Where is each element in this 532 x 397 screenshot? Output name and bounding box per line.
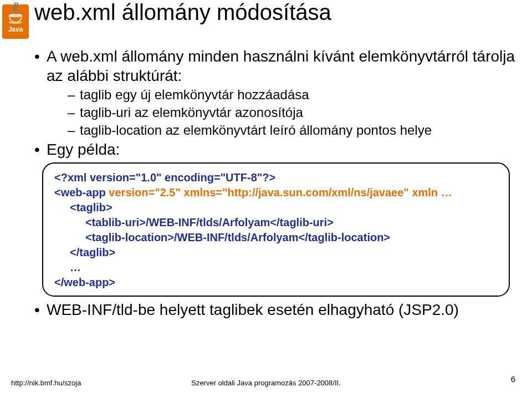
code-line-3: <taglib> xyxy=(54,200,498,215)
bullet-1b: taglib-uri az elemkönyvtár azonosítója xyxy=(34,104,515,121)
bullet-2: Egy példa: xyxy=(34,140,515,159)
code-example-box: <?xml version="1.0" encoding="UTF-8"?> <… xyxy=(42,162,510,297)
steam-icon xyxy=(12,2,19,11)
code-attrs: version="2.5" xmlns="http://java.sun.com… xyxy=(109,186,452,198)
slide-content: A web.xml állomány minden használni kívá… xyxy=(34,47,515,320)
code-line-6: </taglib> xyxy=(54,245,498,260)
code-line-7: … xyxy=(54,260,498,275)
code-line-4: <tablib-uri>/WEB-INF/tlds/Arfolyam</tagl… xyxy=(54,215,498,230)
java-logo: Java xyxy=(2,4,29,39)
code-line-8: </web-app> xyxy=(54,275,498,290)
code-line-2: <web-app version="2.5" xmlns="http://jav… xyxy=(54,185,498,200)
coffee-cup-icon xyxy=(7,10,24,24)
bullet-1c: taglib-location az elemkönyvtárt leíró á… xyxy=(34,122,515,139)
footer-center: Szerver oldali Java programozás 2007-200… xyxy=(191,379,341,387)
bullet-3: WEB-INF/tld-be helyett taglibek esetén e… xyxy=(34,300,515,319)
code-line-1: <?xml version="1.0" encoding="UTF-8"?> xyxy=(54,170,498,185)
footer-url: http://nik.bmf.hu/szoja xyxy=(11,379,81,387)
bullet-1a: taglib egy új elemkönyvtár hozzáadása xyxy=(34,86,515,103)
bullet-1: A web.xml állomány minden használni kívá… xyxy=(34,47,515,85)
logo-text: Java xyxy=(8,26,23,33)
page-title: web.xml állomány módosítása xyxy=(34,0,331,25)
code-line-5: <taglib-location>/WEB-INF/tlds/Arfolyam<… xyxy=(54,230,498,245)
page-number: 6 xyxy=(511,374,515,384)
code-tag: <web-app xyxy=(54,186,109,198)
